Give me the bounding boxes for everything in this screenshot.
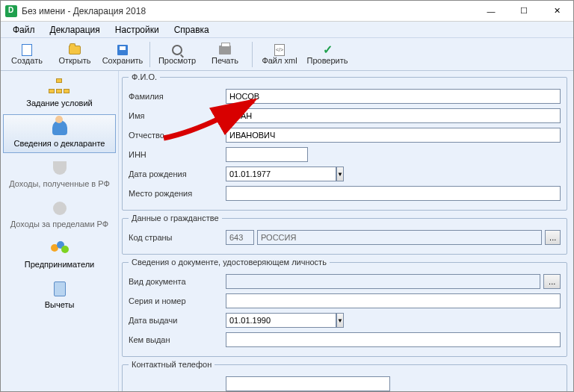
label-surname: Фамилия	[129, 92, 226, 101]
window-title: Без имени - Декларация 2018	[22, 6, 475, 16]
menu-settings[interactable]: Настройки	[109, 23, 165, 37]
input-name[interactable]	[226, 108, 561, 123]
menu-help[interactable]: Справка	[168, 23, 215, 37]
legend-contact: Контактный телефон	[129, 360, 215, 369]
toolbar-save-button[interactable]: Сохранить	[99, 40, 146, 69]
label-doc-series: Серия и номер	[129, 296, 226, 305]
new-file-icon	[20, 44, 34, 56]
fieldset-document: Сведения о документе, удостоверяющем лич…	[122, 258, 567, 357]
form-content: Ф.И.О. Фамилия Имя Отчество ИНН	[119, 71, 573, 391]
fieldset-citizenship: Данные о гражданстве Код страны ...	[122, 214, 567, 255]
checkmark-icon: ✓	[321, 44, 334, 56]
menu-file[interactable]: Файл	[7, 23, 41, 37]
content-wrap: Ф.И.О. Фамилия Имя Отчество ИНН	[119, 71, 573, 391]
app-icon	[5, 5, 17, 17]
titlebar: Без имени - Декларация 2018 — ☐ ✕	[1, 1, 573, 22]
toolbar-separator	[252, 42, 253, 67]
maximize-button[interactable]: ☐	[507, 1, 540, 22]
input-birthplace[interactable]	[226, 186, 561, 201]
input-patronymic[interactable]	[226, 128, 561, 143]
body-area: Задание условий Сведения о декларанте До…	[1, 71, 573, 391]
magnifier-icon	[170, 44, 184, 56]
window-controls: — ☐ ✕	[475, 1, 573, 22]
fieldset-contact: Контактный телефон	[122, 360, 567, 391]
calculator-icon	[48, 279, 72, 299]
org-chart-icon	[48, 78, 72, 97]
input-doc-type	[226, 274, 540, 289]
globe-icon	[48, 199, 72, 218]
group-icon	[48, 239, 72, 258]
input-issued-by[interactable]	[226, 332, 561, 347]
save-disk-icon	[116, 44, 129, 56]
toolbar-print-button[interactable]: Печать	[202, 40, 248, 69]
toolbar-preview-button[interactable]: Просмотр	[154, 40, 200, 69]
label-birthplace: Место рождения	[129, 189, 226, 198]
input-country-name	[257, 230, 542, 245]
input-contact-phone[interactable]	[226, 376, 390, 391]
app-window: Без имени - Декларация 2018 — ☐ ✕ Файл Д…	[0, 0, 574, 392]
legend-document: Сведения о документе, удостоверяющем лич…	[129, 258, 330, 267]
label-birthdate: Дата рождения	[129, 169, 226, 178]
input-surname[interactable]	[226, 89, 561, 104]
input-country-code	[226, 230, 254, 245]
sidebar-item-conditions[interactable]: Задание условий	[3, 74, 116, 113]
toolbar-create-button[interactable]: Создать	[4, 40, 50, 69]
fieldset-fio: Ф.И.О. Фамилия Имя Отчество ИНН	[122, 72, 567, 211]
issue-date-dropdown-button[interactable]: ▼	[336, 313, 344, 328]
money-bag-icon	[48, 158, 72, 178]
sidebar-item-income-rf[interactable]: Доходы, полученные в РФ	[3, 155, 116, 193]
label-name: Имя	[129, 111, 226, 120]
sidebar-item-deductions[interactable]: Вычеты	[3, 276, 116, 314]
sidebar-item-declarant[interactable]: Сведения о декларанте	[3, 114, 116, 153]
menubar: Файл Декларация Настройки Справка	[1, 22, 573, 38]
xml-file-icon	[273, 44, 286, 56]
legend-citizenship: Данные о гражданстве	[129, 214, 222, 223]
country-lookup-button[interactable]: ...	[545, 230, 561, 245]
label-inn: ИНН	[129, 150, 226, 159]
birthdate-dropdown-button[interactable]: ▼	[336, 167, 344, 181]
toolbar-check-button[interactable]: ✓ Проверить	[304, 40, 351, 69]
toolbar-separator	[149, 42, 150, 67]
legend-fio: Ф.И.О.	[129, 72, 160, 81]
person-icon	[48, 118, 72, 137]
toolbar-open-button[interactable]: Открыть	[52, 40, 98, 69]
printer-icon	[218, 44, 232, 56]
minimize-button[interactable]: —	[475, 1, 507, 22]
label-doc-type: Вид документа	[129, 277, 226, 286]
input-doc-series[interactable]	[226, 293, 561, 308]
label-issued-by: Кем выдан	[129, 335, 226, 344]
toolbar: Создать Открыть Сохранить Просмотр Печат…	[1, 38, 573, 71]
sidebar-item-income-abroad[interactable]: Доходы за пределами РФ	[3, 195, 116, 234]
label-issue-date: Дата выдачи	[129, 316, 226, 325]
label-patronymic: Отчество	[129, 131, 226, 140]
menu-declaration[interactable]: Декларация	[44, 23, 106, 37]
doc-type-lookup-button[interactable]: ...	[543, 274, 561, 289]
input-inn[interactable]	[226, 147, 308, 162]
close-button[interactable]: ✕	[540, 1, 573, 22]
folder-open-icon	[68, 44, 81, 56]
toolbar-xml-button[interactable]: Файл xml	[256, 40, 303, 69]
sidebar-item-entrepreneurs[interactable]: Предприниматели	[3, 235, 116, 274]
input-birthdate[interactable]	[226, 167, 336, 181]
label-country-code: Код страны	[129, 233, 226, 242]
sidebar: Задание условий Сведения о декларанте До…	[1, 71, 119, 391]
input-issue-date[interactable]	[226, 313, 336, 328]
